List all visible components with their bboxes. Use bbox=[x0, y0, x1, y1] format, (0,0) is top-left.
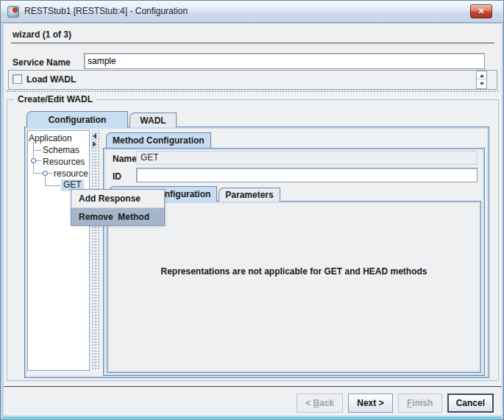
load-wadl-label: Load WADL bbox=[26, 74, 76, 85]
method-id-input[interactable] bbox=[136, 168, 478, 182]
load-wadl-checkbox[interactable] bbox=[13, 74, 22, 84]
app-icon bbox=[7, 6, 19, 18]
context-menu: Add Response Remove Method bbox=[71, 189, 165, 226]
tree-connector bbox=[45, 176, 46, 185]
dialog-window: RESTStub1 [RESTStub:4] - Configuration ✕… bbox=[0, 0, 504, 420]
tree-connector bbox=[36, 160, 41, 161]
close-button[interactable]: ✕ bbox=[470, 4, 492, 18]
wizard-step-label: wizard (1 of 3) bbox=[13, 29, 71, 40]
representations-message: Representations are not applicable for G… bbox=[107, 266, 480, 277]
wizard-separator bbox=[11, 43, 494, 43]
load-wadl-scrollbar bbox=[476, 71, 487, 89]
expanded-handle-icon[interactable] bbox=[43, 171, 48, 176]
close-icon: ✕ bbox=[478, 7, 484, 15]
service-name-label: Service Name bbox=[13, 57, 71, 68]
finish-button: Finish bbox=[398, 394, 442, 413]
back-button: < Back bbox=[297, 394, 343, 413]
tree-connector bbox=[33, 163, 34, 173]
tree-node-resource[interactable]: resource bbox=[54, 168, 88, 180]
scroll-down-button[interactable] bbox=[477, 79, 486, 88]
cancel-button[interactable]: Cancel bbox=[447, 394, 494, 413]
tree-node-application[interactable]: Application bbox=[29, 133, 72, 145]
tree-node-schemas[interactable]: Schemas bbox=[43, 145, 79, 157]
arrow-up-icon bbox=[480, 74, 484, 77]
split-divider[interactable] bbox=[90, 130, 99, 371]
create-edit-wadl-title: Create/Edit WADL bbox=[14, 94, 96, 104]
tab-configuration[interactable]: Configuration bbox=[26, 111, 128, 127]
tab-parameters[interactable]: Parameters bbox=[219, 188, 280, 202]
method-name-label: Name bbox=[113, 154, 137, 164]
method-name-field: GET bbox=[136, 151, 478, 165]
load-wadl-panel bbox=[8, 70, 497, 90]
tree-connector bbox=[48, 173, 53, 174]
splitter-expand-right-icon[interactable] bbox=[93, 141, 96, 147]
tree-node-resources[interactable]: Resources bbox=[43, 157, 85, 168]
next-button[interactable]: Next > bbox=[348, 394, 392, 413]
tree-connector bbox=[45, 185, 60, 186]
tab-wadl[interactable]: WADL bbox=[129, 113, 177, 127]
tree-connector bbox=[33, 150, 41, 151]
tree-connector bbox=[33, 173, 43, 174]
window-title: RESTStub1 [RESTStub:4] - Configuration bbox=[24, 1, 188, 22]
menu-item-add-response[interactable]: Add Response bbox=[71, 190, 164, 207]
tab-method-configuration[interactable]: Method Configuration bbox=[106, 132, 211, 148]
wizard-buttons: < Back Next > Finish Cancel bbox=[297, 394, 494, 413]
footer-separator bbox=[4, 386, 502, 387]
scroll-up-button[interactable] bbox=[477, 71, 486, 79]
method-id-label: ID bbox=[113, 171, 121, 182]
arrow-down-icon bbox=[480, 82, 484, 85]
menu-item-remove-method[interactable]: Remove Method bbox=[71, 207, 164, 225]
splitter-collapse-left-icon[interactable] bbox=[93, 133, 96, 139]
request-configuration-content: Representations are not applicable for G… bbox=[107, 201, 481, 373]
expanded-handle-icon[interactable] bbox=[31, 158, 36, 163]
service-name-input[interactable] bbox=[84, 53, 485, 69]
title-bar[interactable]: RESTStub1 [RESTStub:4] - Configuration ✕ bbox=[1, 1, 503, 23]
dotted-separator bbox=[7, 90, 499, 92]
